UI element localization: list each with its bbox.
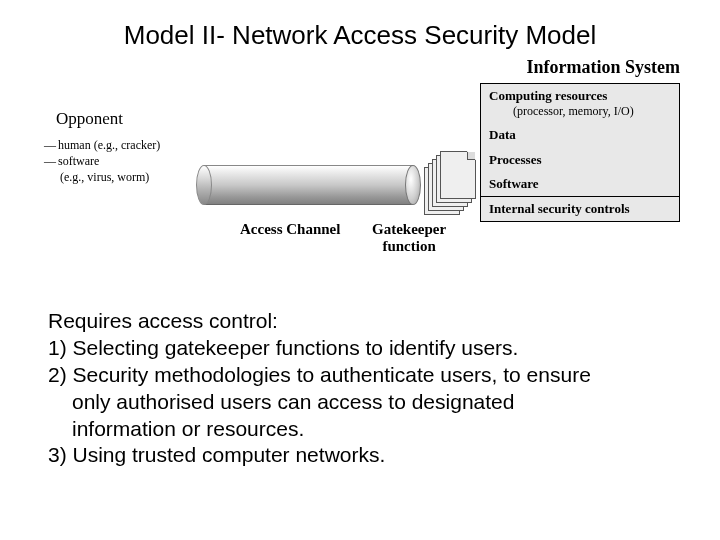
access-channel-label: Access Channel	[240, 221, 340, 238]
gatekeeper-label: Gatekeeper function	[372, 221, 446, 256]
info-computing-sub: (processor, memory, I/O)	[489, 104, 671, 119]
opponent-row-software: —software (e.g., virus, worm)	[44, 153, 160, 185]
bullet-2c: information or resources.	[48, 416, 676, 443]
opponent-row-human: —human (e.g., cracker)	[44, 137, 160, 153]
dash-icon: —	[44, 137, 58, 153]
opponent-human-text: human (e.g., cracker)	[58, 138, 160, 152]
info-computing: Computing resources (processor, memory, …	[481, 84, 679, 123]
gatekeeper-label-l1: Gatekeeper	[372, 221, 446, 237]
gatekeeper-label-l2: function	[382, 238, 435, 254]
info-internal: Internal security controls	[481, 196, 679, 221]
bullet-intro: Requires access control:	[48, 308, 676, 335]
bullet-list: Requires access control: 1) Selecting ga…	[48, 308, 676, 469]
opponent-heading: Opponent	[44, 109, 160, 129]
info-system-box: Computing resources (processor, memory, …	[480, 83, 680, 222]
info-processes-label: Processes	[489, 152, 541, 167]
info-data: Data	[481, 123, 679, 147]
opponent-software-sub: (e.g., virus, worm)	[44, 169, 160, 185]
info-internal-label: Internal security controls	[489, 201, 630, 216]
dash-icon: —	[44, 153, 58, 169]
gatekeeper-files-icon	[424, 151, 472, 219]
bullet-2a: 2) Security methodologies to authenticat…	[48, 362, 676, 389]
access-channel-icon	[196, 165, 421, 205]
info-computing-label: Computing resources	[489, 88, 607, 103]
info-data-label: Data	[489, 127, 516, 142]
opponent-block: Opponent —human (e.g., cracker) —softwar…	[44, 109, 160, 186]
diagram-area: Information System Computing resources (…	[40, 57, 680, 292]
opponent-software-text: software	[58, 154, 99, 168]
info-system-heading: Information System	[527, 57, 681, 78]
bullet-3: 3) Using trusted computer networks.	[48, 442, 676, 469]
page-title: Model II- Network Access Security Model	[0, 0, 720, 57]
info-software-label: Software	[489, 176, 539, 191]
bullet-1: 1) Selecting gatekeeper functions to ide…	[48, 335, 676, 362]
info-processes: Processes	[481, 148, 679, 172]
bullet-2b: only authorised users can access to desi…	[48, 389, 676, 416]
info-software: Software	[481, 172, 679, 196]
